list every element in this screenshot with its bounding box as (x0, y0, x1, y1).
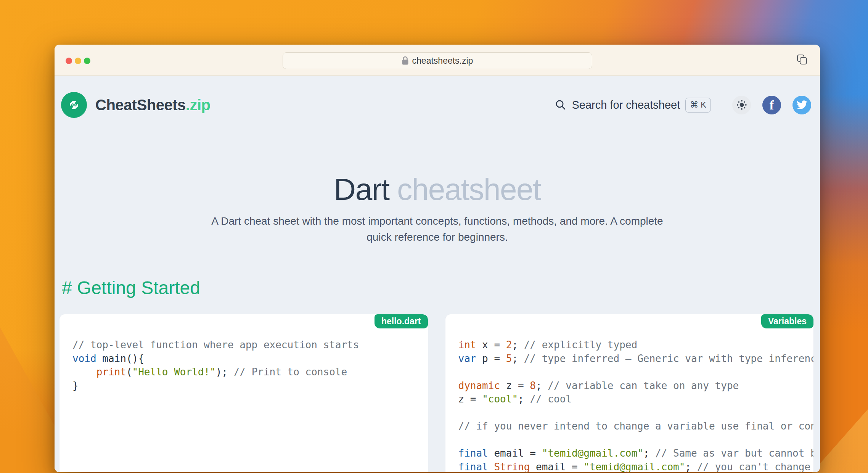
search-label: Search for cheatsheet (572, 99, 680, 111)
theme-toggle-button[interactable] (732, 96, 751, 114)
header-actions: Search for cheatsheet ⌘ K (555, 96, 811, 114)
facebook-icon: f (770, 99, 774, 112)
page-subtitle: A Dart cheat sheet with the most importa… (55, 213, 820, 245)
fullscreen-button[interactable] (84, 58, 90, 64)
brand-link[interactable]: CheatSheets.zip (61, 92, 210, 118)
sun-icon (736, 100, 747, 110)
site-header: CheatSheets.zip Search for cheatsheet ⌘ … (55, 76, 820, 118)
twitter-icon (797, 100, 807, 109)
page-title: Dart cheatsheet (55, 171, 820, 208)
page-title-secondary: cheatsheet (397, 172, 540, 206)
traffic-lights (66, 58, 90, 64)
lock-icon (402, 56, 409, 65)
close-button[interactable] (66, 58, 72, 64)
search-shortcut: ⌘ K (685, 98, 711, 113)
hero: Dart cheatsheet A Dart cheat sheet with … (55, 171, 820, 245)
code-block: // top-level function where app executio… (59, 314, 428, 404)
code-card-hello-dart: hello.dart // top-level function where a… (59, 314, 428, 472)
twitter-button[interactable] (792, 96, 811, 114)
card-badge: Variables (761, 314, 813, 328)
url-text: cheatsheets.zip (412, 56, 473, 66)
show-tabs-button[interactable] (796, 54, 809, 66)
page-title-primary: Dart (334, 172, 389, 206)
browser-window: cheatsheets.zip CheatSheets.zip (55, 45, 820, 472)
search-button[interactable]: Search for cheatsheet ⌘ K (555, 98, 711, 113)
section-heading-getting-started[interactable]: # Getting Started (62, 277, 820, 299)
minimize-button[interactable] (75, 58, 81, 64)
brand-suffix: .zip (186, 97, 211, 113)
code-card-variables: Variables int x = 2; // explicitly typed… (445, 314, 814, 472)
url-bar[interactable]: cheatsheets.zip (283, 52, 592, 69)
browser-titlebar: cheatsheets.zip (55, 45, 820, 76)
page-content: CheatSheets.zip Search for cheatsheet ⌘ … (55, 76, 820, 472)
search-icon (555, 99, 566, 111)
brand-name: CheatSheets.zip (95, 97, 210, 114)
card-badge: hello.dart (375, 314, 428, 328)
cheatsheets-logo-icon (61, 92, 87, 118)
code-cards: hello.dart // top-level function where a… (55, 314, 820, 472)
facebook-button[interactable]: f (762, 96, 781, 114)
code-block: int x = 2; // explicitly typedvar p = 5;… (445, 314, 814, 472)
